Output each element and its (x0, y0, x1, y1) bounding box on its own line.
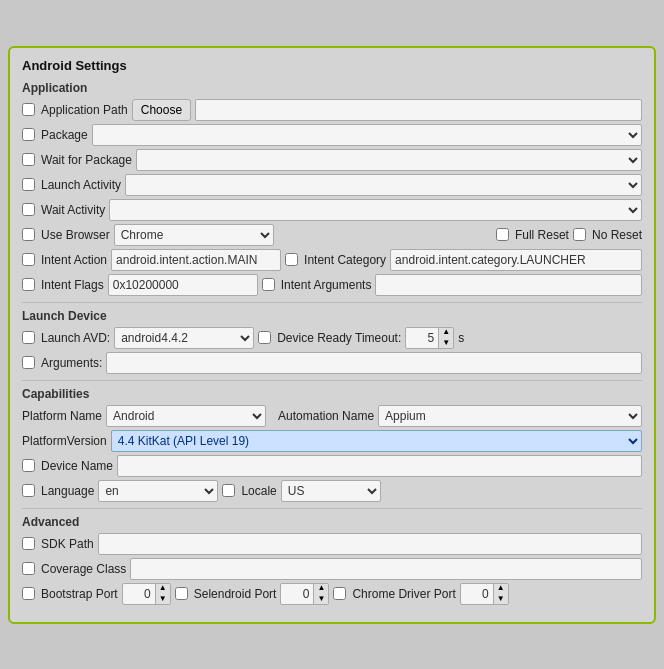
launch-avd-checkbox[interactable] (22, 331, 35, 344)
bootstrap-port-down[interactable]: ▼ (156, 594, 170, 605)
launch-avd-label: Launch AVD: (41, 331, 110, 345)
platform-version-select[interactable]: 4.4 KitKat (API Level 19) (111, 430, 642, 452)
coverage-class-checkbox[interactable] (22, 562, 35, 575)
choose-button[interactable]: Choose (132, 99, 191, 121)
selendroid-port-label: Selendroid Port (194, 587, 277, 601)
device-ready-checkbox[interactable] (258, 331, 271, 344)
device-ready-input[interactable] (406, 328, 438, 348)
language-locale-row: Language en Locale US (22, 480, 642, 502)
app-path-input[interactable] (195, 99, 642, 121)
intent-action-row: Intent Action Intent Category (22, 249, 642, 271)
chrome-driver-port-checkbox[interactable] (333, 587, 346, 600)
platform-version-label: PlatformVersion (22, 434, 107, 448)
sdk-path-input[interactable] (98, 533, 642, 555)
device-name-label: Device Name (41, 459, 113, 473)
launch-activity-checkbox[interactable] (22, 178, 35, 191)
arguments-checkbox[interactable] (22, 356, 35, 369)
device-ready-up[interactable]: ▲ (439, 327, 453, 338)
intent-flags-row: Intent Flags Intent Arguments (22, 274, 642, 296)
no-reset-checkbox[interactable] (573, 228, 586, 241)
arguments-row: Arguments: (22, 352, 642, 374)
intent-flags-input[interactable] (108, 274, 258, 296)
wait-activity-label: Wait Activity (41, 203, 105, 217)
locale-label: Locale (241, 484, 276, 498)
package-row: Package (22, 124, 642, 146)
ports-row: Bootstrap Port ▲ ▼ Selendroid Port ▲ ▼ C… (22, 583, 642, 605)
full-reset-checkbox[interactable] (496, 228, 509, 241)
launch-activity-row: Launch Activity (22, 174, 642, 196)
bootstrap-port-input[interactable] (123, 584, 155, 604)
wait-activity-select[interactable] (109, 199, 642, 221)
app-path-row: Application Path Choose (22, 99, 642, 121)
launch-avd-select[interactable]: android4.4.2 (114, 327, 254, 349)
intent-category-checkbox[interactable] (285, 253, 298, 266)
launch-activity-label: Launch Activity (41, 178, 121, 192)
chrome-driver-port-down[interactable]: ▼ (494, 594, 508, 605)
platform-automation-row: Platform Name Android Automation Name Ap… (22, 405, 642, 427)
chrome-driver-port-input[interactable] (461, 584, 493, 604)
language-checkbox[interactable] (22, 484, 35, 497)
app-path-checkbox[interactable] (22, 103, 35, 116)
selendroid-port-input[interactable] (281, 584, 313, 604)
coverage-class-label: Coverage Class (41, 562, 126, 576)
android-settings-panel: Android Settings Application Application… (8, 46, 656, 624)
language-label: Language (41, 484, 94, 498)
automation-name-label: Automation Name (278, 409, 374, 423)
use-browser-checkbox[interactable] (22, 228, 35, 241)
coverage-class-input[interactable] (130, 558, 642, 580)
arguments-input[interactable] (106, 352, 642, 374)
intent-category-label: Intent Category (304, 253, 386, 267)
device-ready-label: Device Ready Timeout: (277, 331, 401, 345)
intent-action-label: Intent Action (41, 253, 107, 267)
language-select[interactable]: en (98, 480, 218, 502)
platform-version-row: PlatformVersion 4.4 KitKat (API Level 19… (22, 430, 642, 452)
wait-activity-row: Wait Activity (22, 199, 642, 221)
locale-select[interactable]: US (281, 480, 381, 502)
launch-avd-row: Launch AVD: android4.4.2 Device Ready Ti… (22, 327, 642, 349)
intent-arguments-input[interactable] (375, 274, 642, 296)
wait-package-select[interactable] (136, 149, 642, 171)
section-application: Application (22, 81, 642, 95)
launch-activity-select[interactable] (125, 174, 642, 196)
package-label: Package (41, 128, 88, 142)
locale-checkbox[interactable] (222, 484, 235, 497)
intent-action-checkbox[interactable] (22, 253, 35, 266)
wait-package-checkbox[interactable] (22, 153, 35, 166)
automation-name-select[interactable]: Appium (378, 405, 642, 427)
package-select[interactable] (92, 124, 642, 146)
selendroid-port-up[interactable]: ▲ (314, 583, 328, 594)
wait-package-row: Wait for Package (22, 149, 642, 171)
sdk-path-label: SDK Path (41, 537, 94, 551)
intent-flags-checkbox[interactable] (22, 278, 35, 291)
bootstrap-port-up[interactable]: ▲ (156, 583, 170, 594)
intent-action-input[interactable] (111, 249, 281, 271)
app-path-label: Application Path (41, 103, 128, 117)
section-advanced: Advanced (22, 515, 642, 529)
chrome-driver-port-up[interactable]: ▲ (494, 583, 508, 594)
wait-activity-checkbox[interactable] (22, 203, 35, 216)
section-launch-device: Launch Device (22, 309, 642, 323)
sdk-path-row: SDK Path (22, 533, 642, 555)
use-browser-row: Use Browser Chrome Full Reset No Reset (22, 224, 642, 246)
platform-name-select[interactable]: Android (106, 405, 266, 427)
full-reset-label: Full Reset (515, 228, 569, 242)
device-ready-down[interactable]: ▼ (439, 338, 453, 349)
bootstrap-port-label: Bootstrap Port (41, 587, 118, 601)
bootstrap-port-checkbox[interactable] (22, 587, 35, 600)
chrome-driver-port-spinner: ▲ ▼ (460, 583, 509, 605)
package-checkbox[interactable] (22, 128, 35, 141)
use-browser-label: Use Browser (41, 228, 110, 242)
use-browser-select[interactable]: Chrome (114, 224, 274, 246)
section-capabilities: Capabilities (22, 387, 642, 401)
device-name-checkbox[interactable] (22, 459, 35, 472)
selendroid-port-down[interactable]: ▼ (314, 594, 328, 605)
device-name-input[interactable] (117, 455, 642, 477)
panel-title: Android Settings (22, 58, 642, 73)
intent-arguments-checkbox[interactable] (262, 278, 275, 291)
selendroid-port-spinner: ▲ ▼ (280, 583, 329, 605)
chrome-driver-port-label: Chrome Driver Port (352, 587, 455, 601)
device-ready-spinner: ▲ ▼ (405, 327, 454, 349)
sdk-path-checkbox[interactable] (22, 537, 35, 550)
selendroid-port-checkbox[interactable] (175, 587, 188, 600)
intent-category-input[interactable] (390, 249, 642, 271)
